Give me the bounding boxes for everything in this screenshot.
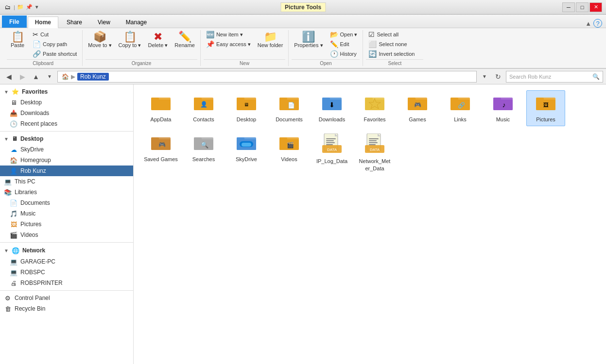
open-content: ℹ️ Properties ▾ 📂 Open ▾ ✏️ Edit 🕐 Histo… bbox=[292, 30, 360, 58]
sidebar-item-homegroup[interactable]: 🏠 Homegroup bbox=[0, 155, 133, 165]
invert-selection-button[interactable]: 🔄 Invert selection bbox=[366, 50, 417, 58]
search-box[interactable]: Search Rob Kunz 🔍 bbox=[506, 71, 603, 83]
file-item-documents-folder[interactable]: 📄 Documents bbox=[270, 90, 309, 126]
sidebar-item-docs[interactable]: 📄 Documents bbox=[0, 198, 133, 208]
control-panel-label: Control Panel bbox=[15, 295, 50, 301]
svg-text:🎮: 🎮 bbox=[414, 101, 421, 108]
paste-shortcut-button[interactable]: 🔗 Paste shortcut bbox=[30, 50, 79, 58]
file-item-pictures-folder[interactable]: 🖼 Pictures bbox=[526, 90, 565, 126]
delete-button[interactable]: ✖ Delete ▾ bbox=[145, 30, 170, 50]
contacts-label: Contacts bbox=[193, 116, 214, 123]
cut-button[interactable]: ✂ Cut bbox=[30, 30, 79, 39]
file-item-network-meter[interactable]: DATA Network_Meter_Data bbox=[355, 130, 394, 175]
tab-file[interactable]: File bbox=[2, 16, 27, 28]
user-label: Rob Kunz bbox=[20, 167, 46, 174]
delete-icon: ✖ bbox=[154, 32, 162, 42]
open-button[interactable]: 📂 Open ▾ bbox=[328, 30, 360, 39]
easy-access-button[interactable]: 📌 Easy access ▾ bbox=[204, 40, 253, 49]
sidebar-item-robspc[interactable]: 💻 ROBSPC bbox=[0, 267, 133, 278]
sidebar-item-user[interactable]: 👤 Rob Kunz bbox=[0, 165, 133, 176]
file-item-appdata[interactable]: AppData bbox=[141, 90, 180, 126]
address-field[interactable]: 🏠 ▶ Rob Kunz bbox=[57, 71, 477, 83]
svg-rect-3 bbox=[151, 98, 159, 100]
recent-locations-button[interactable]: ▼ bbox=[44, 71, 55, 83]
sidebar-network-header[interactable]: ▼ 🌐 Network bbox=[0, 245, 133, 256]
move-to-button[interactable]: 📦 Move to ▾ bbox=[86, 30, 114, 50]
file-item-downloads-folder[interactable]: ⬇ Downloads bbox=[312, 90, 351, 126]
file-item-saved-games-folder[interactable]: 🎮 Saved Games bbox=[141, 130, 180, 175]
network-meter-label: Network_Meter_Data bbox=[358, 158, 392, 172]
paste-button[interactable]: 📋 Paste bbox=[7, 30, 28, 50]
minimize-button[interactable]: ─ bbox=[562, 2, 575, 12]
file-item-videos-folder[interactable]: 🎬 Videos bbox=[270, 130, 309, 175]
games-folder-icon: 🎮 bbox=[408, 94, 427, 114]
properties-button[interactable]: ℹ️ Properties ▾ bbox=[292, 30, 325, 50]
close-button[interactable]: ✕ bbox=[589, 2, 602, 12]
svg-rect-37 bbox=[450, 98, 458, 100]
invert-icon: 🔄 bbox=[368, 50, 377, 57]
sidebar-item-recent[interactable]: 🕒 Recent places bbox=[0, 118, 133, 129]
skydrive-folder-icon bbox=[237, 133, 256, 154]
file-item-games-folder[interactable]: 🎮 Games bbox=[398, 90, 437, 126]
up-button[interactable]: ▲ bbox=[30, 71, 42, 83]
dropdown-button[interactable]: ▼ bbox=[479, 71, 490, 83]
sidebar-item-skydrive[interactable]: ☁ SkyDrive bbox=[0, 144, 133, 155]
file-item-ip-log[interactable]: DATA IP_Log_Data bbox=[312, 130, 351, 175]
copy-button[interactable]: 📄 Copy path bbox=[30, 40, 79, 49]
dropdown-arrow[interactable]: ▼ bbox=[35, 4, 39, 10]
file-item-searches-folder[interactable]: 🔍 Searches bbox=[184, 130, 223, 175]
select-all-button[interactable]: ☑ Select all bbox=[366, 30, 417, 39]
tab-manage[interactable]: Manage bbox=[119, 17, 154, 28]
skydrive-icon: ☁ bbox=[10, 146, 17, 153]
desktop-section-icon: 🖥 bbox=[12, 135, 17, 142]
divider-1 bbox=[0, 131, 133, 132]
open-label: Open ▾ bbox=[340, 32, 358, 38]
appdata-icon bbox=[151, 94, 171, 114]
tab-view[interactable]: View bbox=[90, 17, 118, 28]
sidebar-desktop-header[interactable]: ▼ 🖥 Desktop bbox=[0, 133, 133, 144]
file-item-music-folder[interactable]: ♪ Music bbox=[484, 90, 522, 126]
file-item-skydrive-folder[interactable]: SkyDrive bbox=[227, 130, 266, 175]
svg-rect-22 bbox=[322, 98, 330, 100]
history-button[interactable]: 🕐 History bbox=[328, 50, 360, 58]
sidebar-item-this-pc[interactable]: 💻 This PC bbox=[0, 176, 133, 187]
sidebar-item-videos[interactable]: 🎬 Videos bbox=[0, 230, 133, 240]
sidebar-item-pictures[interactable]: 🖼 Pictures bbox=[0, 219, 133, 230]
new-folder-button[interactable]: 📁 New folder bbox=[255, 30, 286, 50]
sidebar-item-libraries[interactable]: 📚 Libraries bbox=[0, 187, 133, 198]
pictures-label: Pictures bbox=[20, 221, 41, 228]
help-icon[interactable]: ? bbox=[593, 19, 602, 28]
sidebar-item-music[interactable]: 🎵 Music bbox=[0, 208, 133, 219]
forward-button[interactable]: ▶ bbox=[17, 71, 28, 83]
sidebar-item-downloads[interactable]: 📥 Downloads bbox=[0, 108, 133, 118]
restore-button[interactable]: □ bbox=[576, 2, 589, 12]
tab-share[interactable]: Share bbox=[59, 17, 89, 28]
quick-access-icon2[interactable]: 📌 bbox=[26, 4, 33, 10]
sidebar-item-recycle-bin[interactable]: 🗑 Recycle Bin bbox=[0, 303, 133, 314]
select-none-button[interactable]: ⬜ Select none bbox=[366, 40, 417, 49]
file-item-favorites-folder[interactable]: Favorites bbox=[355, 90, 394, 126]
new-content: 🆕 New item ▾ 📌 Easy access ▾ 📁 New folde… bbox=[204, 30, 285, 58]
title-bar-controls: ─ □ ✕ bbox=[562, 2, 602, 12]
games-folder-label: Games bbox=[409, 116, 426, 123]
links-folder-label: Links bbox=[454, 116, 467, 123]
file-item-contacts[interactable]: 👤 Contacts bbox=[184, 90, 223, 126]
clipboard-label: Clipboard bbox=[7, 59, 79, 66]
sidebar-favorites-header[interactable]: ▼ ⭐ Favorites bbox=[0, 86, 133, 97]
sidebar-item-robsprinter[interactable]: 🖨 ROBSPRINTER bbox=[0, 278, 133, 288]
file-item-links-folder[interactable]: 🔗 Links bbox=[441, 90, 480, 126]
ribbon-collapse-icon[interactable]: ▲ bbox=[585, 20, 591, 27]
sidebar-item-desktop[interactable]: 🖥 Desktop bbox=[0, 97, 133, 108]
copy-to-button[interactable]: 📋 Copy to ▾ bbox=[116, 30, 144, 50]
back-button[interactable]: ◀ bbox=[3, 71, 15, 83]
sidebar-item-control-panel[interactable]: ⚙ Control Panel bbox=[0, 293, 133, 303]
sidebar-item-garage-pc[interactable]: 💻 GARAGE-PC bbox=[0, 256, 133, 267]
quick-access-icon[interactable]: 📁 bbox=[17, 4, 24, 10]
refresh-button[interactable]: ↻ bbox=[492, 71, 504, 83]
new-item-button[interactable]: 🆕 New item ▾ bbox=[204, 30, 253, 39]
rename-button[interactable]: ✏️ Rename bbox=[172, 30, 197, 50]
edit-button[interactable]: ✏️ Edit bbox=[328, 40, 360, 49]
tab-home[interactable]: Home bbox=[28, 17, 58, 28]
desktop-folder-icon: 🖥 bbox=[237, 94, 256, 114]
file-item-desktop-folder[interactable]: 🖥 Desktop bbox=[227, 90, 266, 126]
